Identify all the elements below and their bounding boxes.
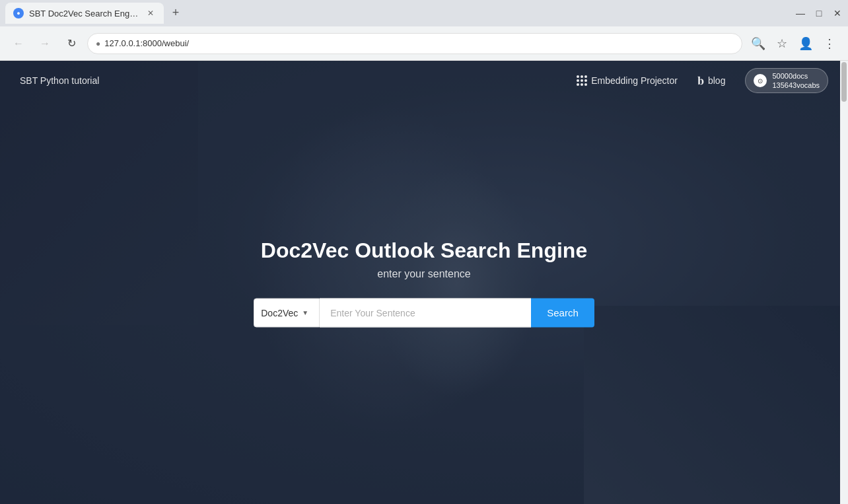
dropdown-arrow-icon: ▼ — [302, 309, 308, 316]
tab-title: SBT Doc2Vec Search Engine — [29, 9, 140, 18]
hero-subtitle: enter your sentence — [226, 268, 622, 279]
stats-text: 50000docs 135643vocabs — [772, 71, 820, 90]
new-tab-button[interactable]: + — [166, 3, 185, 22]
url-lock-icon: ● — [96, 39, 100, 48]
stats-badge: ⊙ 50000docs 135643vocabs — [745, 68, 828, 94]
url-bar[interactable]: ● 127.0.0.1:8000/webui/ — [87, 33, 742, 54]
maximize-button[interactable]: □ — [814, 8, 824, 18]
scrollbar-thumb[interactable] — [841, 62, 847, 102]
title-bar: ● SBT Doc2Vec Search Engine ✕ + — □ ✕ — [0, 0, 848, 26]
site-nav-right: Embedding Projector 𝐛 blog ⊙ 50000docs 1… — [577, 68, 828, 94]
active-tab[interactable]: ● SBT Doc2Vec Search Engine ✕ — [5, 3, 164, 24]
search-dropdown[interactable]: Doc2Vec ▼ — [254, 298, 320, 327]
content-area: SBT Python tutorial Embedding Projector … — [0, 61, 848, 504]
site-logo[interactable]: SBT Python tutorial — [20, 75, 99, 86]
blog-icon: 𝐛 — [697, 74, 704, 88]
bookmark-button[interactable]: ☆ — [771, 33, 793, 54]
close-button[interactable]: ✕ — [832, 8, 843, 18]
hero-title: Doc2Vec Outlook Search Engine — [226, 238, 622, 262]
toolbar-icons: 🔍 ☆ 👤 ⋮ — [748, 33, 840, 54]
search-bar: Doc2Vec ▼ Search — [226, 298, 622, 327]
menu-button[interactable]: ⋮ — [819, 33, 840, 54]
docs-count: 50000docs — [772, 71, 820, 81]
stats-icon: ⊙ — [754, 74, 767, 87]
window-controls: — □ ✕ — [795, 8, 843, 18]
embedding-projector-link[interactable]: Embedding Projector — [577, 75, 678, 86]
back-button[interactable]: ← — [8, 33, 29, 54]
url-text: 127.0.0.1:8000/webui/ — [104, 38, 734, 48]
profile-button[interactable]: 👤 — [795, 33, 816, 54]
embedding-icon — [577, 75, 587, 86]
blog-label: blog — [708, 75, 725, 86]
tab-bar: ● SBT Doc2Vec Search Engine ✕ + — [5, 0, 790, 26]
tab-close-button[interactable]: ✕ — [145, 8, 156, 18]
dropdown-value: Doc2Vec — [261, 307, 298, 318]
site-nav: SBT Python tutorial Embedding Projector … — [0, 61, 848, 100]
reload-button[interactable]: ↻ — [61, 33, 82, 54]
blog-link[interactable]: 𝐛 blog — [697, 74, 725, 88]
search-button[interactable]: Search — [531, 298, 594, 327]
tab-favicon: ● — [13, 8, 24, 18]
zoom-button[interactable]: 🔍 — [748, 33, 769, 54]
minimize-button[interactable]: — — [795, 8, 806, 18]
hero-content: Doc2Vec Outlook Search Engine enter your… — [226, 238, 622, 327]
forward-button[interactable]: → — [34, 33, 55, 54]
vocabs-count: 135643vocabs — [772, 81, 820, 90]
scrollbar[interactable] — [840, 61, 848, 504]
browser-frame: ● SBT Doc2Vec Search Engine ✕ + — □ ✕ ← … — [0, 0, 848, 504]
search-input[interactable] — [320, 298, 531, 327]
address-bar: ← → ↻ ● 127.0.0.1:8000/webui/ 🔍 ☆ 👤 ⋮ — [0, 26, 848, 61]
embedding-projector-label: Embedding Projector — [591, 75, 678, 86]
